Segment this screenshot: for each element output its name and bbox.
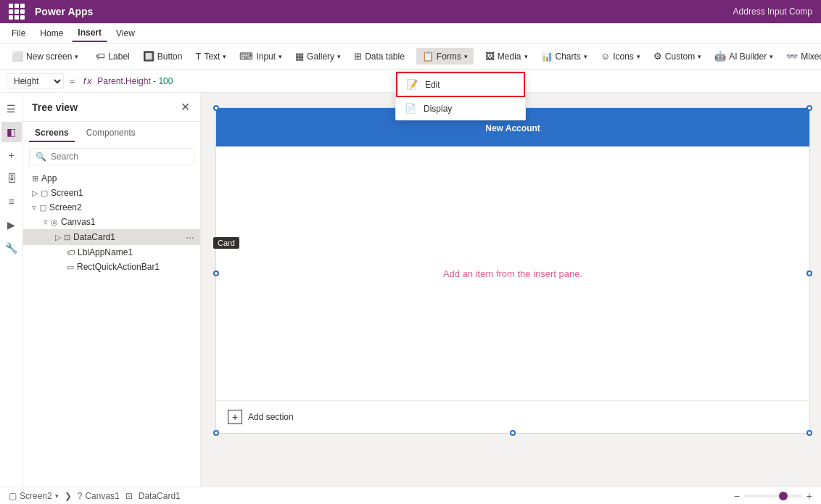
forms-button[interactable]: 📋 Forms ▾ [416,48,474,65]
zoom-slider-thumb[interactable] [779,492,788,500]
tree-view-title: Tree view [32,102,78,113]
media-caret-icon: ▾ [524,53,528,60]
screen2-caret-icon: ▾ [55,492,59,500]
icons-icon: ☺ [601,51,610,62]
canvas1-icon: ◎ [51,218,58,227]
tab-screens[interactable]: Screens [29,125,75,142]
ai-builder-button[interactable]: 🤖 AI Builder ▾ [709,48,779,65]
media-button[interactable]: 🖼 Media ▾ [479,48,534,65]
search-input[interactable] [51,152,188,162]
sidebar-media-icon[interactable]: ▶ [1,215,22,235]
icons-caret-icon: ▾ [637,53,640,60]
sidebar-data-icon[interactable]: 🗄 [1,168,22,189]
status-left: ▢ Screen2 ▾ ❯ ? Canvas1 ⊡ DataCard1 [9,491,181,501]
charts-icon: 📊 [541,51,553,62]
handle-bm[interactable] [510,430,516,436]
tree-header: Tree view ✕ [23,93,200,122]
handle-tl[interactable] [213,105,219,111]
button-button[interactable]: 🔲 Button [137,48,189,65]
tree-item-screen2[interactable]: ▿ ▢ Screen2 [23,200,200,215]
formula-text: Parent.Height - 100 [97,76,173,86]
gallery-button[interactable]: ▦ Gallery ▾ [289,48,347,65]
mixed-reality-button[interactable]: 👓 Mixed Reality ▾ [780,48,821,65]
handle-bl[interactable] [213,430,219,436]
tree-view-panel: Tree view ✕ Screens Components 🔍 ⊞ App ▷… [23,93,201,487]
zoom-minus-button[interactable]: − [734,490,740,502]
status-datacard1[interactable]: DataCard1 [139,491,181,501]
sidebar-variables-icon[interactable]: ≡ [1,191,22,212]
fx-button[interactable]: fx [81,75,94,88]
label-button[interactable]: 🏷 Label [90,48,135,65]
handle-tr[interactable] [806,105,812,111]
sidebar-tools-icon[interactable]: 🔧 [1,238,22,258]
input-button[interactable]: ⌨ Input ▾ [234,48,288,65]
text-button[interactable]: T Text ▾ [189,48,232,65]
text-caret-icon: ▾ [223,53,226,60]
menu-home[interactable]: Home [34,25,69,41]
sidebar-plus-icon[interactable]: + [1,145,22,165]
add-section-button[interactable]: + Add section [216,400,809,433]
ai-builder-caret-icon: ▾ [770,53,773,60]
datacard1-expand-icon: ▷ [55,233,61,242]
tree-item-datacard1[interactable]: ▷ ⊡ DataCard1 ··· [23,229,200,245]
tree-item-canvas1[interactable]: ▿ ◎ Canvas1 [23,215,200,229]
canvas-area: New Account Card Add an item from the in… [201,93,821,487]
form-placeholder-text: Add an item from the insert pane. [443,268,582,279]
equals-sign: = [67,76,78,86]
address-input-comp: Address Input Comp [733,7,812,17]
app-icon: ⊞ [32,174,38,183]
sidebar-layers-icon[interactable]: ◧ [1,122,22,142]
tab-components[interactable]: Components [81,125,141,142]
zoom-plus-button[interactable]: + [806,490,812,502]
gallery-caret-icon: ▾ [337,53,341,60]
handle-br[interactable] [806,430,812,436]
canvas1-status-label: Canvas1 [85,491,119,501]
dropdown-item-display[interactable]: 📄 Display [396,97,525,120]
lbl-icon: 🏷 [67,248,75,257]
datacard1-icon: ⊡ [64,233,70,242]
zoom-slider[interactable] [744,495,802,497]
icons-button[interactable]: ☺ Icons ▾ [595,48,646,65]
media-icon: 🖼 [485,51,495,62]
menu-file[interactable]: File [6,25,31,41]
dropdown-item-edit[interactable]: 📝 Edit [396,72,525,97]
menu-insert[interactable]: Insert [72,25,107,42]
form-canvas: New Account Card Add an item from the in… [215,107,810,434]
handle-mr[interactable] [806,270,812,276]
tree-item-lblappname1[interactable]: 🏷 LblAppName1 [23,245,200,260]
menu-bar: File Home Insert View [0,23,821,44]
form-title: New Account [485,123,540,133]
dropdown-edit-label: Edit [425,80,440,90]
handle-ml[interactable] [213,270,219,276]
sidebar-icons: ☰ ◧ + 🗄 ≡ ▶ 🔧 [0,93,23,487]
new-screen-caret-icon: ▾ [75,53,78,60]
forms-caret-icon: ▾ [464,53,468,60]
tree-item-screen1[interactable]: ▷ ▢ Screen1 [23,186,200,200]
custom-button[interactable]: ⚙ Custom ▾ [648,48,707,65]
screen2-status-icon: ▢ [9,491,17,501]
tree-search-box[interactable]: 🔍 [29,148,194,165]
data-table-button[interactable]: ⊞ Data table [348,48,410,65]
toolbar: ⬜ New screen ▾ 🏷 Label 🔲 Button T Text ▾… [0,44,821,70]
new-screen-button[interactable]: ⬜ New screen ▾ [6,48,84,65]
dropdown-display-label: Display [424,104,452,114]
datacard1-more-button[interactable]: ··· [186,231,194,243]
mixed-reality-icon: 👓 [786,51,798,62]
property-select[interactable]: Height [6,73,64,89]
tree-item-rectquickactionbar1[interactable]: ▭ RectQuickActionBar1 [23,260,200,274]
tree-close-button[interactable]: ✕ [179,99,191,115]
charts-button[interactable]: 📊 Charts ▾ [535,48,593,65]
canvas1-expand-icon: ▿ [44,218,48,227]
datacard1-status-label: DataCard1 [139,491,181,501]
sidebar-menu-icon[interactable]: ☰ [1,99,22,119]
status-right: − + [734,490,812,502]
screen1-frame-icon: ▢ [41,189,48,198]
app-grid-icon[interactable] [9,4,25,20]
tree-item-app[interactable]: ⊞ App [23,171,200,186]
screen1-icon: ▷ [32,189,38,198]
status-bar: ▢ Screen2 ▾ ❯ ? Canvas1 ⊡ DataCard1 − + [0,487,821,504]
status-canvas1[interactable]: ? Canvas1 [78,491,120,501]
forms-dropdown-menu: 📝 Edit 📄 Display [395,71,526,120]
status-screen2[interactable]: ▢ Screen2 ▾ [9,491,59,501]
menu-view[interactable]: View [110,25,141,41]
